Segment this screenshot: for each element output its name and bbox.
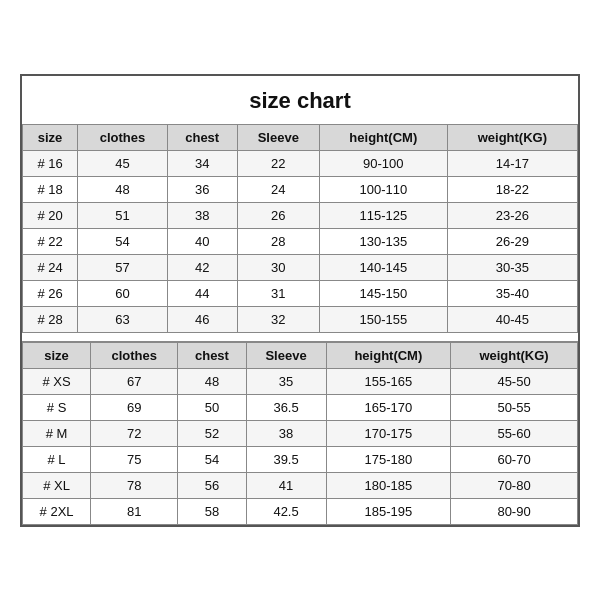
table-cell: 78 [91,472,178,498]
table-cell: 35 [246,368,326,394]
table-cell: 42 [167,254,237,280]
table-cell: 60-70 [451,446,578,472]
table-cell: # M [23,420,91,446]
table-cell: 63 [78,306,168,332]
table-cell: 55-60 [451,420,578,446]
col-header: size [23,124,78,150]
table-cell: 30 [237,254,319,280]
table-row: # 28634632150-15540-45 [23,306,578,332]
table-cell: 155-165 [326,368,450,394]
table-row: # 20513826115-12523-26 [23,202,578,228]
col-header: size [23,342,91,369]
table-row: # 1645342290-10014-17 [23,150,578,176]
table-cell: 72 [91,420,178,446]
table-gap [22,333,578,341]
table-cell: # 28 [23,306,78,332]
table-cell: 24 [237,176,319,202]
table-row: # 18483624100-11018-22 [23,176,578,202]
table-cell: 32 [237,306,319,332]
col-header: height(CM) [326,342,450,369]
table-cell: 75 [91,446,178,472]
table-cell: 40-45 [447,306,577,332]
table-cell: # 22 [23,228,78,254]
table-cell: 31 [237,280,319,306]
table-cell: 140-145 [319,254,447,280]
table-cell: # 24 [23,254,78,280]
table-cell: 26 [237,202,319,228]
size-table-2: sizeclotheschestSleeveheight(CM)weight(K… [22,341,578,525]
col-header: clothes [91,342,178,369]
table-cell: 100-110 [319,176,447,202]
table-cell: 185-195 [326,498,450,524]
table2-body: # XS674835155-16545-50# S695036.5165-170… [23,368,578,524]
col-header: Sleeve [246,342,326,369]
table-cell: 180-185 [326,472,450,498]
table-cell: # 16 [23,150,78,176]
table-cell: # XS [23,368,91,394]
table-cell: 23-26 [447,202,577,228]
col-header: chest [178,342,246,369]
table-cell: 42.5 [246,498,326,524]
table-cell: 150-155 [319,306,447,332]
table-cell: 81 [91,498,178,524]
table-cell: 48 [78,176,168,202]
table-cell: # 26 [23,280,78,306]
col-header: clothes [78,124,168,150]
table-cell: # XL [23,472,91,498]
table-cell: 50 [178,394,246,420]
table-row: # 26604431145-15035-40 [23,280,578,306]
table-cell: 54 [178,446,246,472]
table-cell: 44 [167,280,237,306]
table-cell: 30-35 [447,254,577,280]
table-cell: 67 [91,368,178,394]
table-cell: 45 [78,150,168,176]
table-row: # XL785641180-18570-80 [23,472,578,498]
table-cell: 48 [178,368,246,394]
col-header: weight(KG) [447,124,577,150]
table-cell: 41 [246,472,326,498]
table-cell: 170-175 [326,420,450,446]
table-cell: 90-100 [319,150,447,176]
table-cell: 175-180 [326,446,450,472]
table-cell: 34 [167,150,237,176]
table-row: # XS674835155-16545-50 [23,368,578,394]
table-cell: 69 [91,394,178,420]
table-cell: 45-50 [451,368,578,394]
table-cell: # L [23,446,91,472]
table-cell: 115-125 [319,202,447,228]
table-cell: 38 [167,202,237,228]
table-cell: 56 [178,472,246,498]
chart-title: size chart [22,76,578,124]
table-cell: 58 [178,498,246,524]
table-cell: # S [23,394,91,420]
table-cell: 46 [167,306,237,332]
table-cell: 60 [78,280,168,306]
table-row: # 24574230140-14530-35 [23,254,578,280]
table-cell: 80-90 [451,498,578,524]
table-cell: 145-150 [319,280,447,306]
col-header: chest [167,124,237,150]
table-row: # S695036.5165-17050-55 [23,394,578,420]
table1-body: # 1645342290-10014-17# 18483624100-11018… [23,150,578,332]
table-row: # M725238170-17555-60 [23,420,578,446]
size-table-1: sizeclotheschestSleeveheight(CM)weight(K… [22,124,578,333]
table-cell: 57 [78,254,168,280]
table-cell: 54 [78,228,168,254]
table-cell: 36.5 [246,394,326,420]
table-cell: 51 [78,202,168,228]
table-cell: # 20 [23,202,78,228]
table-row: # L755439.5175-18060-70 [23,446,578,472]
table-cell: 35-40 [447,280,577,306]
table-cell: 22 [237,150,319,176]
table-cell: 14-17 [447,150,577,176]
table-cell: 26-29 [447,228,577,254]
table-cell: 28 [237,228,319,254]
table-cell: 130-135 [319,228,447,254]
col-header: Sleeve [237,124,319,150]
table-cell: 39.5 [246,446,326,472]
table-cell: 70-80 [451,472,578,498]
size-chart-container: size chart sizeclotheschestSleeveheight(… [20,74,580,527]
col-header: weight(KG) [451,342,578,369]
col-header: height(CM) [319,124,447,150]
table-row: # 2XL815842.5185-19580-90 [23,498,578,524]
